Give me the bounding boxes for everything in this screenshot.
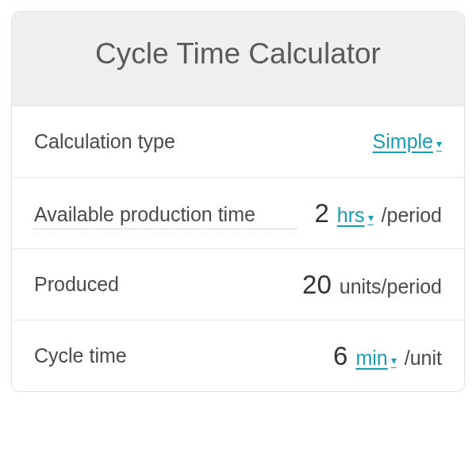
chevron-down-icon: ▾ bbox=[391, 354, 397, 367]
value-group-calc-type: Simple ▾ bbox=[373, 130, 442, 153]
cycle-suffix: /unit bbox=[405, 347, 442, 370]
card-header: Cycle Time Calculator bbox=[12, 12, 464, 106]
produced-value[interactable]: 20 bbox=[300, 270, 332, 300]
label-production-time: Available production time bbox=[34, 202, 298, 230]
value-group-cycle: 6 min ▾ /unit bbox=[316, 341, 442, 371]
prod-time-suffix: /period bbox=[382, 204, 442, 227]
row-production-time: Available production time 2 hrs ▾ /perio… bbox=[12, 177, 464, 248]
chevron-down-icon: ▾ bbox=[436, 137, 442, 150]
calculator-card: Cycle Time Calculator Calculation type S… bbox=[11, 11, 465, 392]
prod-time-value[interactable]: 2 bbox=[298, 198, 329, 228]
produced-unit: units/period bbox=[340, 275, 442, 298]
prod-time-unit-select[interactable]: hrs ▾ bbox=[337, 204, 374, 227]
prod-time-unit: hrs bbox=[337, 204, 365, 227]
label-produced: Produced bbox=[34, 271, 300, 298]
cycle-value[interactable]: 6 bbox=[316, 341, 347, 371]
cycle-unit-select[interactable]: min ▾ bbox=[355, 347, 396, 370]
row-produced: Produced 20 units/period bbox=[12, 248, 464, 320]
page-title: Cycle Time Calculator bbox=[28, 37, 448, 71]
calc-type-select[interactable]: Simple ▾ bbox=[373, 130, 442, 153]
value-group-prod-time: 2 hrs ▾ /period bbox=[298, 198, 442, 228]
label-cycle-time: Cycle time bbox=[34, 343, 316, 369]
chevron-down-icon: ▾ bbox=[368, 211, 374, 224]
cycle-unit: min bbox=[355, 347, 387, 370]
value-group-produced: 20 units/period bbox=[300, 270, 442, 300]
calc-type-value: Simple bbox=[373, 130, 433, 153]
label-calculation-type: Calculation type bbox=[34, 129, 373, 155]
row-calculation-type: Calculation type Simple ▾ bbox=[12, 106, 464, 177]
row-cycle-time: Cycle time 6 min ▾ /unit bbox=[12, 320, 464, 391]
